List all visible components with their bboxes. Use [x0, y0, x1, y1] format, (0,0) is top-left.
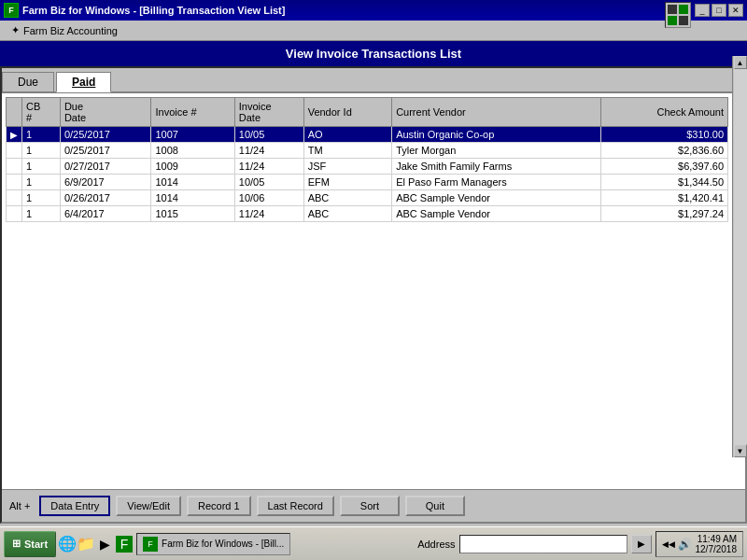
taskbar-app-icon: F [143, 537, 158, 552]
row-invoice-date: 11/24 [234, 159, 303, 175]
row-due-date: 0/27/2017 [60, 159, 151, 175]
taskbar-folder-icon[interactable]: 📁 [78, 537, 93, 552]
maximize-button[interactable]: □ [712, 4, 726, 17]
view-edit-button[interactable]: View/Edit [116, 496, 181, 516]
start-label: Start [24, 539, 48, 550]
table-row[interactable]: 1 0/25/2017 1008 11/24 TM Tyler Morgan $… [7, 143, 728, 159]
row-invoice-num: 1008 [151, 143, 234, 159]
row-cb: 1 [22, 175, 61, 190]
window-title: Farm Biz for Windows - [Billing Transact… [22, 5, 285, 16]
address-input[interactable] [459, 535, 627, 553]
col-vendor-id: Vendor Id [303, 98, 391, 127]
last-record-button[interactable]: Last Record [257, 496, 334, 516]
row-vendor-name: ABC Sample Vendor [392, 206, 601, 222]
app-logo-grid [668, 5, 688, 25]
row-vendor-id: ABC [303, 190, 391, 206]
main-content-area: Due Paid CB# DueDate Invoice # InvoiceDa… [0, 66, 747, 524]
scrollbar[interactable]: ▲ ▼ [732, 56, 747, 457]
row-cb: 1 [22, 127, 61, 143]
tray-arrow-icon: ◀◀ [662, 539, 675, 549]
logo-cell-2 [679, 5, 688, 14]
taskbar-farmbiz-icon[interactable]: F [116, 536, 133, 553]
table-area[interactable]: CB# DueDate Invoice # InvoiceDate Vendor… [2, 93, 745, 489]
row-arrow [7, 206, 22, 222]
taskbar-ie-icon[interactable]: 🌐 [60, 537, 75, 552]
row-check-amount: $2,836.60 [601, 143, 728, 159]
row-vendor-id: AO [303, 127, 391, 143]
table-row[interactable]: ▶ 1 0/25/2017 1007 10/05 AO Austin Organ… [7, 127, 728, 143]
row-vendor-name: Jake Smith Family Farms [392, 159, 601, 175]
col-arrow [7, 98, 22, 127]
quit-button[interactable]: Quit [405, 496, 465, 516]
system-tray: ◀◀ 🔊 11:49 AM 12/7/2018 [655, 531, 744, 557]
taskbar: ⊞ Start 🌐 📁 ▶ F F Farm Biz for Windows -… [0, 526, 747, 560]
menu-icon: ✦ [11, 24, 20, 36]
row-vendor-id: TM [303, 143, 391, 159]
row-arrow: ▶ [7, 127, 22, 143]
row-vendor-name: El Paso Farm Managers [392, 175, 601, 190]
row-vendor-name: ABC Sample Vendor [392, 190, 601, 206]
row-vendor-id: EFM [303, 175, 391, 190]
row-check-amount: $310.00 [601, 127, 728, 143]
row-due-date: 0/25/2017 [60, 127, 151, 143]
row-check-amount: $6,397.60 [601, 159, 728, 175]
row-due-date: 0/26/2017 [60, 190, 151, 206]
row-invoice-date: 10/05 [234, 127, 303, 143]
page-title: View Invoice Transactions List [0, 41, 747, 66]
row-invoice-num: 1009 [151, 159, 234, 175]
start-button[interactable]: ⊞ Start [4, 531, 56, 557]
scroll-down-button[interactable]: ▼ [734, 444, 747, 457]
tab-due[interactable]: Due [2, 72, 54, 91]
logo-cell-1 [668, 5, 677, 14]
col-invoice-date: InvoiceDate [234, 98, 303, 127]
title-bar: F Farm Biz for Windows - [Billing Transa… [0, 0, 747, 21]
row-check-amount: $1,420.41 [601, 190, 728, 206]
table-row[interactable]: 1 6/9/2017 1014 10/05 EFM El Paso Farm M… [7, 175, 728, 190]
main-window-wrapper: F Farm Biz for Windows - [Billing Transa… [0, 0, 747, 526]
close-button[interactable]: ✕ [728, 4, 743, 17]
logo-cell-3 [668, 16, 677, 25]
table-header: CB# DueDate Invoice # InvoiceDate Vendor… [7, 98, 728, 127]
row-invoice-date: 10/05 [234, 175, 303, 190]
header-row: CB# DueDate Invoice # InvoiceDate Vendor… [7, 98, 728, 127]
tray-speaker-icon[interactable]: 🔊 [678, 538, 692, 551]
minimize-button[interactable]: _ [695, 4, 710, 17]
row-invoice-date: 11/24 [234, 143, 303, 159]
alt-hint-label: Alt + [9, 500, 30, 511]
sort-button[interactable]: Sort [340, 496, 400, 516]
app-icon: F [4, 3, 19, 18]
data-entry-button[interactable]: Data Entry [39, 496, 110, 516]
clock-display: 11:49 AM 12/7/2018 [696, 534, 738, 554]
menu-item-accounting[interactable]: ✦ Farm Biz Accounting [4, 22, 125, 38]
row-vendor-name: Tyler Morgan [392, 143, 601, 159]
tray-icons: ◀◀ 🔊 [662, 538, 692, 551]
start-icon: ⊞ [12, 538, 21, 550]
row-due-date: 6/4/2017 [60, 206, 151, 222]
row-due-date: 0/25/2017 [60, 143, 151, 159]
row-arrow [7, 190, 22, 206]
record-1-button[interactable]: Record 1 [187, 496, 251, 516]
title-bar-left: F Farm Biz for Windows - [Billing Transa… [4, 3, 285, 18]
window-controls: _ □ ✕ [695, 4, 743, 17]
row-vendor-name: Austin Organic Co-op [392, 127, 601, 143]
taskbar-app-button[interactable]: F Farm Biz for Windows - [Bill... [136, 533, 290, 555]
table-row[interactable]: 1 0/26/2017 1014 10/06 ABC ABC Sample Ve… [7, 190, 728, 206]
row-arrow [7, 143, 22, 159]
col-due-date: DueDate [60, 98, 151, 127]
col-invoice-num: Invoice # [151, 98, 234, 127]
address-bar: Address ▶ [417, 535, 651, 553]
tab-paid[interactable]: Paid [56, 72, 111, 92]
address-go-button[interactable]: ▶ [631, 535, 652, 553]
table-row[interactable]: 1 0/27/2017 1009 11/24 JSF Jake Smith Fa… [7, 159, 728, 175]
row-cb: 1 [22, 190, 61, 206]
scroll-up-button[interactable]: ▲ [734, 56, 747, 69]
row-arrow [7, 175, 22, 190]
row-invoice-date: 11/24 [234, 206, 303, 222]
row-check-amount: $1,344.50 [601, 175, 728, 190]
table-row[interactable]: 1 6/4/2017 1015 11/24 ABC ABC Sample Ven… [7, 206, 728, 222]
row-cb: 1 [22, 143, 61, 159]
row-invoice-num: 1015 [151, 206, 234, 222]
taskbar-media-icon[interactable]: ▶ [97, 537, 112, 552]
table-body: ▶ 1 0/25/2017 1007 10/05 AO Austin Organ… [7, 127, 728, 222]
logo-cell-4 [679, 16, 688, 25]
